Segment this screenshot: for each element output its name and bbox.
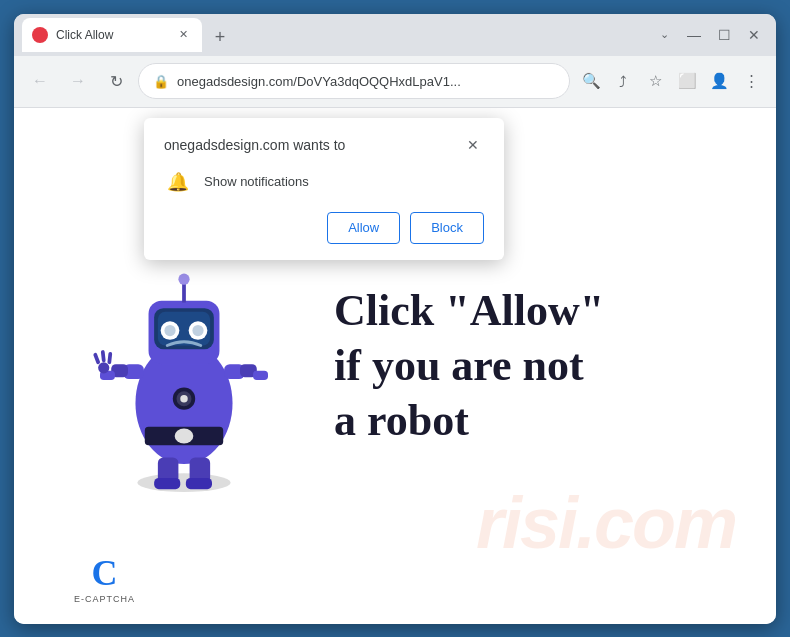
- tab-favicon: [32, 27, 48, 43]
- notification-popup: onegadsdesign.com wants to ✕ 🔔 Show noti…: [144, 118, 504, 260]
- svg-line-24: [103, 352, 104, 360]
- svg-rect-21: [253, 370, 268, 379]
- active-tab[interactable]: Click Allow ✕: [22, 18, 202, 52]
- robot-image: [84, 226, 284, 506]
- nav-right-icons: 🔍 ⤴ ☆ ⬜ 👤 ⋮: [576, 66, 766, 96]
- minimize-button[interactable]: —: [680, 21, 708, 49]
- bookmark-icon[interactable]: ☆: [640, 66, 670, 96]
- nav-bar: ← → ↻ 🔒 onegadsdesign.com/DoVYa3dqOQQHxd…: [14, 56, 776, 108]
- page-main-text: Click "Allow"if you are nota robot: [334, 283, 736, 448]
- svg-rect-29: [186, 478, 212, 489]
- popup-title: onegadsdesign.com wants to: [164, 137, 345, 153]
- maximize-button[interactable]: ☐: [710, 21, 738, 49]
- tab-bar: Click Allow ✕ +: [22, 18, 646, 52]
- svg-point-15: [180, 394, 187, 401]
- notification-label: Show notifications: [204, 174, 309, 189]
- block-button[interactable]: Block: [410, 212, 484, 244]
- share-icon[interactable]: ⤴: [608, 66, 638, 96]
- svg-point-3: [175, 428, 194, 443]
- page-content: onegadsdesign.com wants to ✕ 🔔 Show noti…: [14, 108, 776, 624]
- tab-close-button[interactable]: ✕: [174, 26, 192, 44]
- account-icon[interactable]: 👤: [704, 66, 734, 96]
- popup-close-button[interactable]: ✕: [462, 134, 484, 156]
- tab-title: Click Allow: [56, 28, 166, 42]
- svg-rect-11: [182, 282, 186, 303]
- refresh-button[interactable]: ↻: [100, 65, 132, 97]
- extension-icon[interactable]: ⬜: [672, 66, 702, 96]
- captcha-c-letter: C: [92, 552, 118, 594]
- lock-icon: 🔒: [153, 74, 169, 89]
- title-bar: Click Allow ✕ + ⌄ — ☐ ✕: [14, 14, 776, 56]
- svg-point-12: [178, 273, 189, 284]
- window-controls: ⌄ — ☐ ✕: [650, 21, 768, 49]
- bell-icon: 🔔: [164, 168, 192, 196]
- svg-point-0: [137, 473, 230, 492]
- search-icon[interactable]: 🔍: [576, 66, 606, 96]
- close-button[interactable]: ✕: [740, 21, 768, 49]
- svg-point-10: [192, 324, 203, 335]
- forward-button[interactable]: →: [62, 65, 94, 97]
- new-tab-button[interactable]: +: [206, 24, 234, 52]
- robot-area: [54, 226, 314, 506]
- svg-rect-28: [154, 478, 180, 489]
- address-bar[interactable]: 🔒 onegadsdesign.com/DoVYa3dqOQQHxdLpaV1.…: [138, 63, 570, 99]
- browser-window: Click Allow ✕ + ⌄ — ☐ ✕ ← → ↻ 🔒 onegadsd…: [14, 14, 776, 624]
- chrome-menu-icon[interactable]: ⌄: [650, 21, 678, 49]
- popup-notification-row: 🔔 Show notifications: [164, 168, 484, 196]
- popup-header: onegadsdesign.com wants to ✕: [164, 134, 484, 156]
- svg-point-22: [98, 362, 109, 373]
- svg-line-23: [95, 354, 98, 361]
- menu-icon[interactable]: ⋮: [736, 66, 766, 96]
- popup-buttons: Allow Block: [164, 212, 484, 244]
- captcha-logo: C E-CAPTCHA: [74, 552, 135, 604]
- back-button[interactable]: ←: [24, 65, 56, 97]
- svg-point-8: [164, 324, 175, 335]
- svg-line-25: [109, 353, 110, 361]
- captcha-label: E-CAPTCHA: [74, 594, 135, 604]
- address-text: onegadsdesign.com/DoVYa3dqOQQHxdLpaV1...: [177, 74, 555, 89]
- allow-button[interactable]: Allow: [327, 212, 400, 244]
